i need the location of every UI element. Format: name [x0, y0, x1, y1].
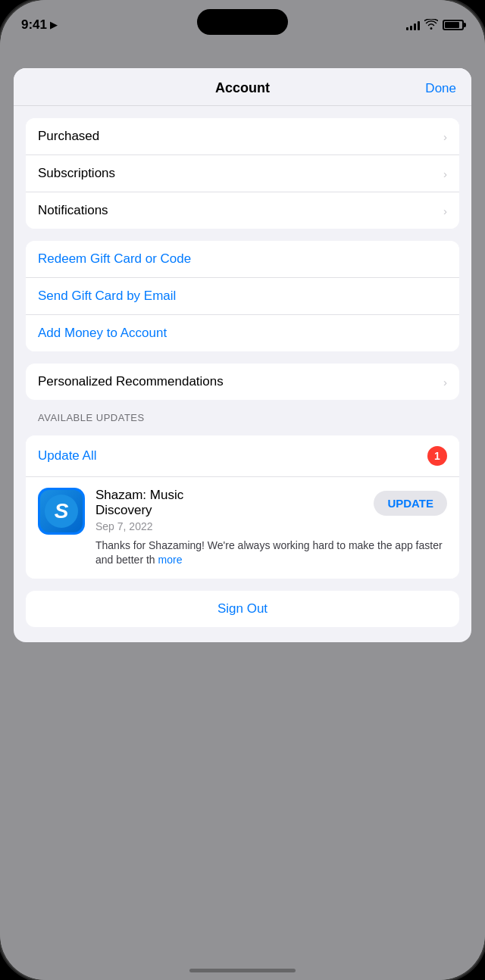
signal-bar-1 — [406, 27, 408, 30]
modal-header: Account Done — [14, 68, 471, 106]
account-options-group: Purchased › Subscriptions › Notification… — [26, 118, 459, 229]
update-all-label: Update All — [38, 448, 97, 463]
purchased-row[interactable]: Purchased › — [26, 118, 459, 155]
sign-out-row[interactable]: Sign Out — [26, 591, 459, 627]
shazam-app-description: Thanks for Shazaming! We're always worki… — [95, 538, 447, 568]
wifi-icon — [424, 19, 438, 32]
redeem-gift-card-row[interactable]: Redeem Gift Card or Code — [26, 241, 459, 278]
phone-shell: 9:41 ▶ — [0, 0, 485, 980]
dynamic-island — [197, 9, 288, 35]
modal-content: Purchased › Subscriptions › Notification… — [14, 106, 471, 642]
shazam-app-icon: S — [38, 488, 85, 535]
shazam-app-date: Sep 7, 2022 — [95, 520, 183, 532]
personalized-recommendations-row[interactable]: Personalized Recommendations › — [26, 364, 459, 400]
signal-bar-3 — [414, 23, 416, 30]
send-gift-card-row[interactable]: Send Gift Card by Email — [26, 278, 459, 315]
battery-icon — [443, 20, 464, 30]
home-indicator[interactable] — [189, 969, 296, 972]
time-label: 9:41 — [21, 17, 47, 33]
purchased-label: Purchased — [38, 129, 99, 144]
svg-text:S: S — [55, 499, 69, 523]
send-gift-card-label: Send Gift Card by Email — [38, 289, 176, 304]
chevron-right-icon: › — [443, 167, 447, 180]
shazam-app-info: Shazam: MusicDiscovery Sep 7, 2022 UPDAT… — [95, 488, 447, 568]
chevron-right-icon: › — [443, 204, 447, 217]
signal-bar-2 — [410, 26, 412, 30]
update-all-row[interactable]: Update All 1 — [26, 435, 459, 477]
redeem-gift-card-label: Redeem Gift Card or Code — [38, 251, 191, 267]
recommendations-group: Personalized Recommendations › — [26, 364, 459, 400]
signal-bar-4 — [418, 21, 420, 30]
chevron-right-icon: › — [443, 130, 447, 143]
gift-card-group: Redeem Gift Card or Code Send Gift Card … — [26, 241, 459, 351]
sign-out-group: Sign Out — [26, 591, 459, 627]
chevron-right-icon: › — [443, 376, 447, 389]
status-time: 9:41 ▶ — [21, 17, 57, 33]
shazam-update-button[interactable]: UPDATE — [374, 491, 447, 516]
update-badge: 1 — [427, 446, 447, 466]
status-icons — [406, 19, 464, 32]
modal-overlay: Account Done Purchased › Subscriptions › — [0, 0, 485, 980]
notifications-row[interactable]: Notifications › — [26, 192, 459, 229]
shazam-update-row: S Shazam: MusicDiscovery Sep 7, 2022 — [26, 477, 459, 579]
battery-fill — [445, 22, 459, 28]
subscriptions-label: Subscriptions — [38, 166, 115, 181]
phone-screen: 9:41 ▶ — [0, 0, 485, 980]
available-updates-label: AVAILABLE UPDATES — [38, 412, 459, 423]
add-money-row[interactable]: Add Money to Account — [26, 315, 459, 351]
add-money-label: Add Money to Account — [38, 326, 167, 341]
updates-group: Update All 1 S — [26, 435, 459, 579]
sign-out-label: Sign Out — [217, 601, 268, 616]
signal-bars-icon — [406, 20, 420, 30]
location-icon: ▶ — [50, 20, 57, 30]
notifications-label: Notifications — [38, 203, 108, 218]
shazam-icon: S — [40, 490, 83, 532]
personalized-recommendations-label: Personalized Recommendations — [38, 374, 224, 389]
subscriptions-row[interactable]: Subscriptions › — [26, 155, 459, 192]
shazam-app-name: Shazam: MusicDiscovery — [95, 488, 183, 519]
more-link[interactable]: more — [158, 554, 183, 566]
done-button[interactable]: Done — [425, 81, 456, 96]
modal-sheet: Account Done Purchased › Subscriptions › — [14, 68, 471, 642]
modal-title: Account — [215, 80, 270, 96]
